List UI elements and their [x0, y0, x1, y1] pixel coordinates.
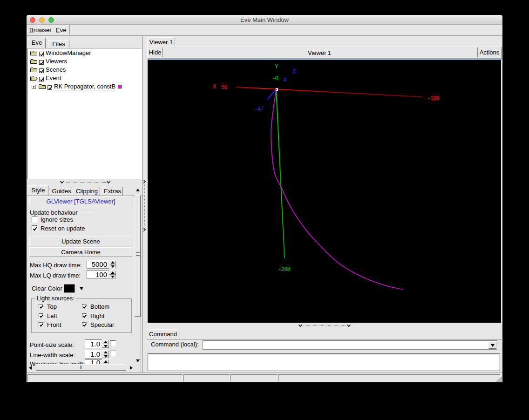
svg-text:4: 4: [283, 77, 286, 84]
svg-text:-288: -288: [278, 266, 291, 273]
svg-text:Z: Z: [293, 68, 297, 75]
svg-text:-0: -0: [272, 75, 278, 82]
svg-text:58: 58: [221, 84, 228, 91]
svg-text:Y: Y: [275, 64, 278, 70]
svg-text:-47: -47: [254, 106, 264, 113]
svg-text:X: X: [213, 84, 217, 90]
svg-text:-199: -199: [427, 95, 440, 102]
